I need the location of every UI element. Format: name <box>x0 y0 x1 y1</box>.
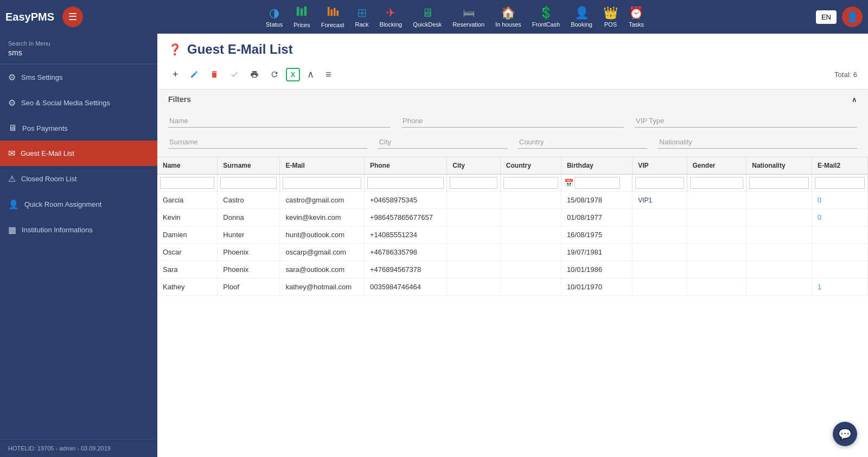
chat-bubble[interactable]: 💬 <box>833 422 857 446</box>
cell-city <box>447 192 501 209</box>
gear-icon: ⚙ <box>8 72 16 82</box>
cell-email2: 0 <box>812 209 868 226</box>
col-email: E-Mail <box>280 157 365 174</box>
user-button[interactable]: 👤 <box>842 7 863 27</box>
check-button[interactable] <box>226 67 243 82</box>
nav-blocking[interactable]: ✈ Blocking <box>380 6 403 28</box>
sidebar-item-quick-room-assignment[interactable]: 👤 Quick Room Assignment <box>0 192 157 217</box>
nav-status[interactable]: ◑ Status <box>266 6 283 28</box>
cell-surname: Ploof <box>218 278 280 296</box>
sidebar-item-institution-informations[interactable]: ▦ Institution Informations <box>0 217 157 243</box>
name-filter-input[interactable] <box>168 115 391 128</box>
svg-rect-4 <box>330 9 333 16</box>
sidebar-item-seo-social[interactable]: ⚙ Seo & Social Media Settings <box>0 90 157 116</box>
cell-phone: +476894567378 <box>364 261 446 278</box>
filters-header[interactable]: Filters ∧ <box>157 90 868 109</box>
filter-name-field <box>168 115 391 128</box>
collapse-button[interactable]: ∧ <box>303 65 318 84</box>
nav-prices[interactable]: Prices <box>293 5 310 28</box>
nav-booking-label: Booking <box>571 21 592 28</box>
col-country: Country <box>500 157 561 174</box>
col-nationality: Nationality <box>746 157 812 174</box>
content-area: ❓ Guest E-Mail List + X ∧ ≡ Total <box>157 34 868 457</box>
cell-phone: +04658975345 <box>364 192 446 209</box>
col-gender-filter[interactable] <box>690 177 744 189</box>
refresh-button[interactable] <box>266 67 283 82</box>
guest-email-table: Name Surname E-Mail Phone City Country B… <box>157 157 868 296</box>
filter-country-field <box>518 136 647 149</box>
cell-email2: 0 <box>812 192 868 209</box>
cell-email: oscarp@gmail.com <box>280 244 365 261</box>
col-email2-filter[interactable] <box>815 177 865 189</box>
email2-link[interactable]: 0 <box>818 213 821 221</box>
pos-icon: 👑 <box>603 6 618 20</box>
nav-pos[interactable]: 👑 POS <box>603 6 618 28</box>
svg-rect-2 <box>304 7 307 16</box>
nationality-filter-input[interactable] <box>658 136 857 149</box>
delete-button[interactable] <box>206 67 223 82</box>
city-filter-input[interactable] <box>378 136 507 149</box>
col-name-filter[interactable] <box>160 177 214 189</box>
cell-nationality <box>746 226 812 244</box>
col-phone-filter[interactable] <box>367 177 444 189</box>
col-birthday-filter[interactable] <box>575 177 620 189</box>
sidebar-item-closed-room-list[interactable]: ⚠ Closed Room List <box>0 166 157 192</box>
nav-rack[interactable]: ⊞ Rack <box>355 6 369 28</box>
person-icon: 👤 <box>8 199 19 210</box>
filter-row-1 <box>168 115 857 128</box>
phone-filter-input[interactable] <box>401 115 624 128</box>
cell-birthday: 19/07/1981 <box>561 244 632 261</box>
sidebar-item-sms-settings[interactable]: ⚙ Sms Settings <box>0 65 157 90</box>
cell-country <box>500 278 561 296</box>
col-country-filter[interactable] <box>503 177 558 189</box>
filter-vip-field <box>635 115 857 128</box>
sidebar-label: Closed Room List <box>21 175 77 183</box>
vip-filter-input[interactable] <box>635 115 857 128</box>
content-header: ❓ Guest E-Mail List <box>157 34 868 62</box>
table-row[interactable]: Garcia Castro castro@gmail.com +04658975… <box>157 192 868 209</box>
nav-frontcash[interactable]: 💲 FrontCash <box>532 6 560 28</box>
cell-surname: Hunter <box>218 226 280 244</box>
surname-filter-input[interactable] <box>168 136 367 149</box>
nav-quickdesk[interactable]: 🖥 QuickDesk <box>413 6 442 28</box>
nav-right: EN 👤 <box>816 7 863 27</box>
reservation-icon: 🛏 <box>463 6 475 20</box>
cell-country <box>500 192 561 209</box>
cell-gender <box>687 192 746 209</box>
add-button[interactable]: + <box>168 66 183 84</box>
help-icon[interactable]: ❓ <box>168 43 182 56</box>
col-vip-filter[interactable] <box>635 177 684 189</box>
excel-button[interactable]: X <box>286 68 301 81</box>
col-vip: VIP <box>633 157 687 174</box>
col-email-filter[interactable] <box>283 177 361 189</box>
table-row[interactable]: Kathey Ploof kathey@hotmail.com 00359847… <box>157 278 868 296</box>
col-nationality-filter[interactable] <box>749 177 809 189</box>
table-row[interactable]: Oscar Phoenix oscarp@gmail.com +46786335… <box>157 244 868 261</box>
sidebar-item-pos-payments[interactable]: 🖥 Pos Payments <box>0 116 157 141</box>
nav-tasks[interactable]: ⏰ Tasks <box>629 6 644 28</box>
sidebar-item-guest-email-list[interactable]: ✉ Guest E-Mail List <box>0 141 157 166</box>
table-row[interactable]: Damien Hunter hunt@outlook.com +14085551… <box>157 226 868 244</box>
nav-forecast[interactable]: Forecast <box>321 5 344 28</box>
table-row[interactable]: Kevin Donna kevin@kevin.com +98645786567… <box>157 209 868 226</box>
nav-reservation[interactable]: 🛏 Reservation <box>452 6 484 28</box>
forecast-icon <box>327 5 339 21</box>
status-icon: ◑ <box>269 6 279 20</box>
nav-inhouses[interactable]: 🏠 In houses <box>495 6 521 28</box>
edit-button[interactable] <box>186 67 203 82</box>
menu-options-button[interactable]: ≡ <box>321 66 336 84</box>
table-row[interactable]: Sara Phoenix sara@outlook.com +476894567… <box>157 261 868 278</box>
sidebar-label: Sms Settings <box>21 73 63 81</box>
language-button[interactable]: EN <box>816 10 837 24</box>
column-filter-row: 📅 <box>157 174 868 192</box>
nav-booking[interactable]: 👤 Booking <box>571 6 592 28</box>
col-surname-filter[interactable] <box>220 177 277 189</box>
menu-button[interactable]: ☰ <box>62 7 83 27</box>
country-filter-input[interactable] <box>518 136 647 149</box>
cell-name: Kevin <box>157 209 218 226</box>
print-button[interactable] <box>246 67 263 82</box>
col-city-filter[interactable] <box>450 177 497 189</box>
email2-link[interactable]: 0 <box>818 196 821 204</box>
email2-link[interactable]: 1 <box>818 283 821 291</box>
cell-nationality <box>746 244 812 261</box>
